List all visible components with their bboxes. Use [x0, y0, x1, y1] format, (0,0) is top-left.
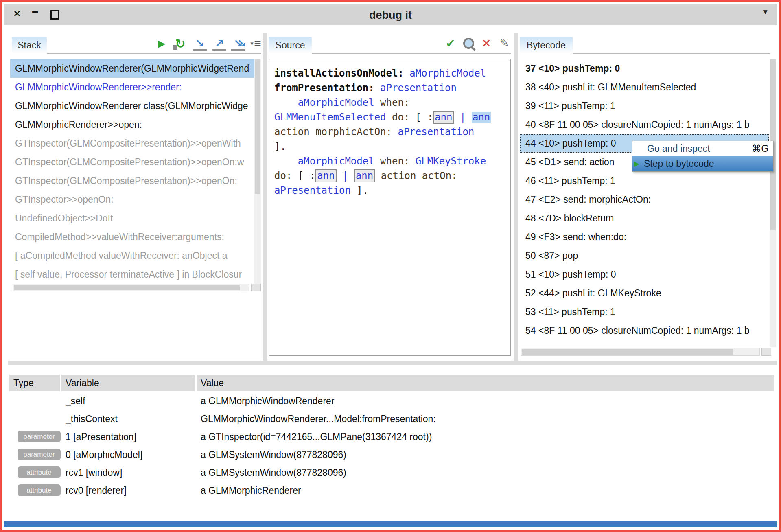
- bytecode-horizontal-scrollbar[interactable]: [521, 348, 760, 356]
- stack-frame-item[interactable]: GLMMorphicWindowRenderer class(GLMMorphi…: [10, 96, 254, 115]
- bytecode-item[interactable]: 48 <7D> blockReturn: [520, 209, 769, 228]
- bytecode-item[interactable]: 54 <8F 11 00 05> closureNumCopied: 1 num…: [520, 321, 769, 340]
- tab-stack[interactable]: Stack: [12, 37, 47, 54]
- stack-tab-underline: [47, 53, 261, 54]
- cancel-icon[interactable]: ✕: [478, 35, 494, 51]
- table-row[interactable]: _thisContextGLMMorphicWindowRenderer...M…: [2, 410, 779, 428]
- source-line: fromPresentation: aPresentation: [274, 81, 505, 95]
- table-row[interactable]: attributercv1 [window]a GLMSystemWindow(…: [2, 464, 779, 482]
- table-row[interactable]: _selfa GLMMorphicWindowRenderer: [2, 392, 779, 410]
- window-title: debug it: [4, 9, 777, 22]
- value-cell: GLMMorphicWindowRenderer...Model:fromPre…: [201, 410, 436, 428]
- menu-item-label: Step to bytecode: [644, 156, 714, 171]
- stack-vertical-scrollbar-thumb[interactable]: [255, 59, 260, 194]
- tab-bytecode[interactable]: Bytecode: [520, 37, 573, 54]
- bytecode-vertical-scrollbar[interactable]: [770, 59, 776, 347]
- variable-cell: _thisContext: [66, 410, 118, 428]
- column-header-type[interactable]: Type: [9, 375, 60, 391]
- variable-cell: 0 [aMorphicModel]: [66, 446, 142, 464]
- proceed-icon[interactable]: ▶: [153, 36, 170, 51]
- step-into-icon[interactable]: ↘: [192, 36, 208, 51]
- type-badge: attribute: [18, 466, 61, 478]
- menu-item-go-and-inspect[interactable]: Go and inspect ⌘G: [632, 141, 773, 156]
- search-icon[interactable]: [460, 35, 477, 51]
- edit-icon[interactable]: ✎: [496, 35, 512, 51]
- bytecode-item[interactable]: 50 <87> pop: [520, 246, 769, 265]
- value-cell: a GLMSystemWindow(877828096): [201, 464, 346, 482]
- bytecode-item[interactable]: 51 <10> pushTemp: 0: [520, 265, 769, 284]
- stack-list: GLMMorphicWindowRenderer(GLMMorphicWidge…: [10, 59, 254, 284]
- debugger-window: ✕ − debug it ▼ Stack Source Bytecode ▶↻↘…: [0, 0, 781, 532]
- bytecode-horizontal-scrollbar-thumb[interactable]: [522, 349, 733, 355]
- bytecode-item[interactable]: 52 <44> pushLit: GLMKeyStroke: [520, 284, 769, 302]
- bytecode-item[interactable]: 53 <11> pushTemp: 1: [520, 302, 769, 321]
- bytecode-item[interactable]: 37 <10> pushTemp: 0: [520, 59, 769, 78]
- bytecode-item[interactable]: 47 <E2> send: morphicActOn:: [520, 190, 769, 209]
- context-menu: Go and inspect ⌘G ▶ Step to bytecode: [632, 141, 774, 172]
- stack-frame-item[interactable]: GLMMorphicWindowRenderer>>render:: [10, 78, 254, 96]
- value-cell: a GTInspector(id=7442165...GLMPane(31367…: [201, 428, 432, 446]
- menu-item-label: Go and inspect: [647, 141, 710, 156]
- splitter-stack-source[interactable]: [263, 33, 267, 361]
- stack-frame-item[interactable]: GTInspector(GLMCompositePresentation)>>o…: [10, 134, 254, 153]
- splitter-panels-variables[interactable]: [8, 361, 777, 365]
- status-bar: [4, 521, 777, 527]
- bytecode-item[interactable]: 39 <11> pushTemp: 1: [520, 96, 769, 115]
- window-menu-caret-icon[interactable]: ▼: [762, 8, 769, 16]
- source-line: action morphicActOn: aPresentation: [274, 125, 505, 139]
- bytecode-item[interactable]: 38 <40> pushLit: GLMMenuItemSelected: [520, 78, 769, 96]
- bytecode-item[interactable]: 40 <8F 11 00 05> closureNumCopied: 1 num…: [520, 115, 769, 134]
- bytecode-item[interactable]: 46 <11> pushTemp: 1: [520, 171, 769, 190]
- variable-cell: 1 [aPresentation]: [66, 428, 136, 446]
- stack-frame-item[interactable]: GLMMorphicRenderer>>open:: [10, 115, 254, 134]
- source-editor[interactable]: installActionsOnModel: aMorphicModelfrom…: [269, 59, 511, 356]
- stack-frame-item[interactable]: [ aCompiledMethod valueWithReceiver: anO…: [10, 246, 254, 265]
- source-line: ].: [274, 139, 505, 154]
- stack-frame-item[interactable]: GTInspector>>openOn:: [10, 190, 254, 209]
- source-line: aMorphicModel when: GLMKeyStroke: [274, 154, 505, 169]
- title-bar[interactable]: ✕ − debug it ▼: [4, 4, 777, 25]
- type-badge: parameter: [18, 431, 61, 442]
- stack-frame-item[interactable]: [ self value. Processor terminateActive …: [10, 265, 254, 284]
- value-cell: a GLMMorphicRenderer: [201, 482, 301, 499]
- menu-item-shortcut: ⌘G: [752, 141, 768, 156]
- table-row[interactable]: parameter1 [aPresentation]a GTInspector(…: [2, 428, 779, 446]
- source-code: installActionsOnModel: aMorphicModelfrom…: [269, 59, 510, 204]
- tab-source[interactable]: Source: [269, 37, 312, 54]
- bytecode-scrollbar-corner[interactable]: [761, 348, 771, 356]
- bytecode-item[interactable]: 49 <F3> send: when:do:: [520, 228, 769, 246]
- column-header-variable[interactable]: Variable: [61, 375, 195, 391]
- menu-item-step-to-bytecode[interactable]: ▶ Step to bytecode: [632, 156, 773, 171]
- table-row[interactable]: parameter0 [aMorphicModel]a GLMSystemWin…: [2, 446, 779, 464]
- value-cell: a GLMSystemWindow(877828096): [201, 446, 346, 464]
- stack-horizontal-scrollbar[interactable]: [13, 284, 249, 291]
- column-header-value[interactable]: Value: [197, 375, 774, 391]
- type-badge: parameter: [18, 449, 61, 460]
- bytecode-list: 37 <10> pushTemp: 038 <40> pushLit: GLMM…: [520, 59, 769, 340]
- source-tab-underline: [312, 53, 511, 54]
- step-over-icon[interactable]: ↗: [211, 36, 228, 51]
- source-line: do: [ :ann | ann action actOn:: [274, 169, 505, 183]
- variable-cell: rcv0 [renderer]: [66, 482, 127, 499]
- table-row[interactable]: attributercv0 [renderer]a GLMMorphicRend…: [2, 482, 779, 499]
- variable-cell: rcv1 [window]: [66, 464, 122, 482]
- source-line: aMorphicModel when:: [274, 95, 505, 110]
- stack-frame-item[interactable]: GTInspector(GLMCompositePresentation)>>o…: [10, 153, 254, 171]
- step-play-icon: ▶: [634, 156, 639, 171]
- bytecode-tab-underline: [573, 53, 770, 54]
- stack-vertical-scrollbar[interactable]: [254, 59, 261, 284]
- stack-frame-item[interactable]: UndefinedObject>>DoIt: [10, 209, 254, 228]
- restart-icon[interactable]: ↻: [172, 36, 188, 51]
- variables-table: _selfa GLMMorphicWindowRenderer_thisCont…: [2, 392, 779, 499]
- stack-horizontal-scrollbar-thumb[interactable]: [14, 285, 240, 290]
- type-badge: attribute: [18, 484, 61, 496]
- stack-scrollbar-corner[interactable]: [251, 284, 261, 291]
- accept-icon[interactable]: ✔: [442, 35, 459, 51]
- source-line: aPresentation ].: [274, 183, 505, 198]
- source-line: installActionsOnModel: aMorphicModel: [274, 66, 505, 81]
- value-cell: a GLMMorphicWindowRenderer: [201, 392, 335, 410]
- stack-frame-item[interactable]: GTInspector(GLMCompositePresentation)>>o…: [10, 171, 254, 190]
- stack-frame-item[interactable]: CompiledMethod>>valueWithReceiver:argume…: [10, 228, 254, 246]
- splitter-source-bytecode[interactable]: [514, 33, 518, 361]
- stack-frame-item[interactable]: GLMMorphicWindowRenderer(GLMMorphicWidge…: [10, 59, 254, 78]
